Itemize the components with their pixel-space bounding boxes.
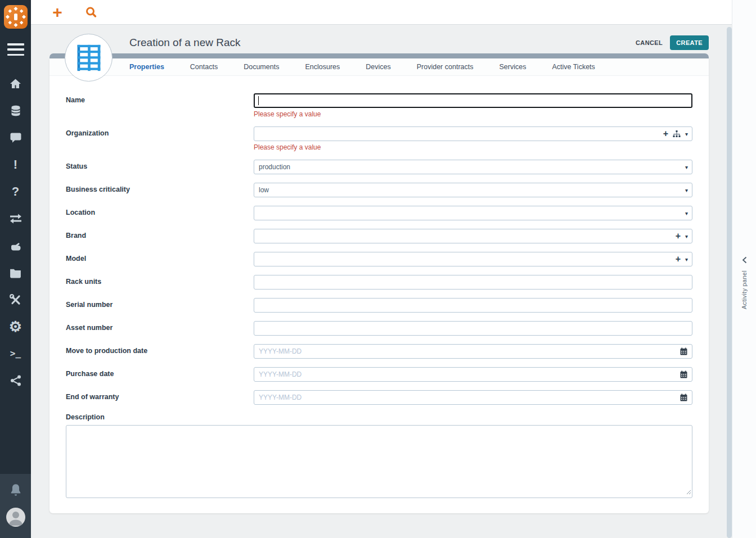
form-row-end-of-warranty: End of warranty: [66, 390, 692, 405]
field-label-end-of-warranty: End of warranty: [66, 390, 254, 405]
field-label-model: Model: [66, 252, 254, 266]
activity-panel-label: Activity panel: [741, 270, 748, 309]
form-row-business-criticality: Business criticalitylow▾: [66, 183, 692, 197]
purchase-date-input[interactable]: [254, 367, 692, 382]
dropdown-caret-icon[interactable]: ▾: [685, 233, 688, 239]
card-body: PropertiesContactsDocumentsEnclosuresDev…: [50, 58, 709, 513]
business-criticality-select[interactable]: low▾: [254, 183, 692, 197]
expand-activity-panel-chevron-icon[interactable]: [742, 256, 747, 266]
vertical-scrollbar[interactable]: [727, 27, 732, 538]
activity-panel-collapsed: Activity panel: [732, 0, 756, 538]
field-label-status: Status: [66, 160, 254, 174]
itop-logo-icon[interactable]: [4, 5, 28, 29]
card-accent-bar: [50, 53, 709, 58]
form-row-rack-units: Rack units: [66, 275, 692, 290]
organization-select[interactable]: +▾: [254, 126, 692, 141]
tab-provider-contracts[interactable]: Provider contracts: [417, 63, 474, 71]
field-label-business-criticality: Business criticality: [66, 183, 254, 197]
field-control-business-criticality: low▾: [254, 183, 692, 197]
terminal-icon[interactable]: >_: [8, 347, 24, 360]
form-row-status: Statusproduction▾: [66, 160, 692, 174]
database-icon[interactable]: [8, 104, 24, 117]
dropdown-caret-icon[interactable]: ▾: [685, 256, 688, 263]
tab-services[interactable]: Services: [499, 63, 526, 71]
hand-icon[interactable]: [8, 239, 24, 252]
rack-class-icon: [65, 34, 112, 82]
field-control-end-of-warranty: [254, 390, 692, 405]
create-button[interactable]: CREATE: [670, 35, 709, 50]
dropdown-caret-icon[interactable]: ▾: [685, 164, 688, 170]
menu-toggle-icon[interactable]: [7, 43, 24, 56]
hierarchy-icon[interactable]: [673, 130, 681, 138]
field-control-status: production▾: [254, 160, 692, 174]
dropdown-caret-icon[interactable]: ▾: [685, 131, 688, 137]
chat-icon[interactable]: [8, 131, 24, 144]
user-avatar[interactable]: [6, 508, 25, 527]
description-textarea[interactable]: [66, 425, 692, 498]
form-row-location: Location▾: [66, 206, 692, 220]
dropdown-caret-icon[interactable]: ▾: [685, 187, 688, 193]
add-brand-icon[interactable]: +: [676, 232, 681, 241]
move-to-production-date-input[interactable]: [254, 344, 692, 359]
form-row-purchase-date: Purchase date: [66, 367, 692, 382]
question-icon[interactable]: ?: [8, 185, 24, 198]
add-model-icon[interactable]: +: [676, 255, 681, 264]
form-row-model: Model+▾: [66, 252, 692, 266]
home-icon[interactable]: [8, 77, 24, 91]
arrows-swap-icon[interactable]: [8, 212, 24, 225]
calendar-icon[interactable]: [680, 347, 687, 355]
validation-error-name: Please specify a value: [254, 110, 692, 118]
calendar-icon[interactable]: [680, 370, 687, 378]
field-label-organization: Organization: [66, 126, 254, 151]
field-control-asset-number: [254, 321, 692, 336]
properties-form: NamePlease specify a valueOrganization+▾…: [50, 76, 709, 513]
validation-error-organization: Please specify a value: [254, 143, 692, 151]
rack-units-input[interactable]: [254, 275, 692, 290]
add-organization-icon[interactable]: +: [663, 129, 668, 138]
object-creation-panel: Creation of a new Rack CANCEL CREATE Pro…: [50, 31, 709, 513]
tab-active-tickets[interactable]: Active Tickets: [552, 63, 595, 71]
form-row-move-to-production-date: Move to production date: [66, 344, 692, 359]
notifications-bell-icon[interactable]: [9, 483, 22, 500]
serial-number-input[interactable]: [254, 298, 692, 313]
textarea-resize-grip-icon[interactable]: [686, 487, 691, 497]
model-select[interactable]: +▾: [254, 252, 692, 266]
gear-icon[interactable]: ⚙: [8, 320, 24, 333]
exclamation-icon[interactable]: !: [8, 158, 24, 171]
form-row-serial-number: Serial number: [66, 298, 692, 313]
field-control-name: Please specify a value: [254, 93, 692, 118]
dropdown-caret-icon[interactable]: ▾: [685, 210, 688, 216]
brand-select[interactable]: +▾: [254, 229, 692, 243]
asset-number-input[interactable]: [254, 321, 692, 336]
form-row-description: Description: [66, 413, 692, 498]
tab-bar: PropertiesContactsDocumentsEnclosuresDev…: [50, 58, 709, 76]
global-search-icon[interactable]: [84, 5, 98, 20]
field-label-location: Location: [66, 206, 254, 220]
field-control-location: ▾: [254, 206, 692, 220]
field-label-name: Name: [66, 93, 254, 118]
tab-enclosures[interactable]: Enclosures: [305, 63, 340, 71]
quick-create-plus-icon[interactable]: +: [50, 5, 65, 20]
calendar-icon[interactable]: [680, 394, 687, 401]
tab-devices[interactable]: Devices: [366, 63, 390, 71]
status-select[interactable]: production▾: [254, 160, 692, 174]
end-of-warranty-input[interactable]: [254, 390, 692, 405]
field-control-model: +▾: [254, 252, 692, 266]
field-control-organization: +▾Please specify a value: [254, 126, 692, 151]
form-row-organization: Organization+▾Please specify a value: [66, 126, 692, 151]
field-label-purchase-date: Purchase date: [66, 367, 254, 382]
field-label-rack-units: Rack units: [66, 275, 254, 290]
field-control-serial-number: [254, 298, 692, 313]
tools-icon[interactable]: [8, 293, 24, 306]
name-input[interactable]: [254, 93, 692, 108]
tab-contacts[interactable]: Contacts: [190, 63, 218, 71]
field-control-rack-units: [254, 275, 692, 290]
field-label-move-to-production-date: Move to production date: [66, 344, 254, 359]
tab-properties[interactable]: Properties: [129, 63, 164, 71]
share-icon[interactable]: [8, 374, 24, 387]
folder-icon[interactable]: [8, 266, 24, 279]
cancel-button[interactable]: CANCEL: [636, 39, 663, 46]
field-label-brand: Brand: [66, 229, 254, 243]
location-select[interactable]: ▾: [254, 206, 692, 220]
tab-documents[interactable]: Documents: [244, 63, 279, 71]
